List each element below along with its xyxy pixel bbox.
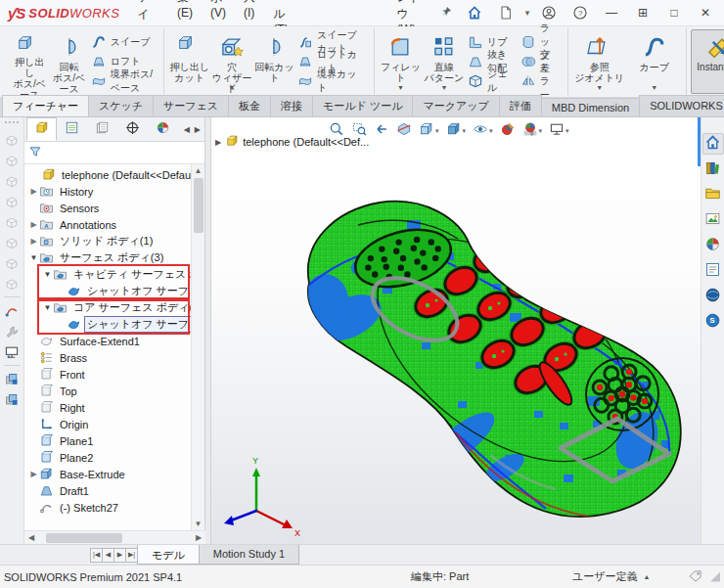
file-explorer-button[interactable] (702, 184, 724, 205)
toolbar-drag-handle[interactable] (5, 121, 19, 125)
dropdown-caret-icon[interactable]: ▾ (489, 127, 493, 135)
tree-item[interactable]: Sensors (24, 200, 191, 216)
collapsed-arrow-icon[interactable]: ▶ (28, 470, 39, 478)
viewport-canvas[interactable]: Y X ▾▾▾▾▾ ▶ telephone (Default<<Def... (211, 117, 701, 544)
tag-icon[interactable] (689, 570, 702, 584)
tab-スケッチ[interactable]: スケッチ (88, 95, 154, 116)
units-caret-icon[interactable]: ▲ (644, 573, 651, 580)
boundary-cut-button[interactable]: 境界カット (295, 71, 370, 91)
dropdown-caret-icon[interactable]: ▾ (463, 127, 467, 135)
propertymanager-tab[interactable] (57, 117, 87, 141)
tree-item[interactable]: シャットオフ サーフェス1[1] (24, 316, 191, 333)
sheet-tab-Motion Study 1[interactable]: Motion Study 1 (199, 545, 299, 565)
compare-bodies-icon-1[interactable] (3, 370, 22, 388)
dropdown-caret-icon[interactable]: ▼ (596, 84, 603, 91)
tab-scroll-left-icon[interactable]: ◀ (182, 123, 192, 136)
collapsed-arrow-icon[interactable]: ▶ (28, 237, 39, 246)
tree-item[interactable]: Top (24, 383, 191, 399)
expanded-arrow-icon[interactable]: ▼ (42, 303, 53, 312)
tab-板金[interactable]: 板金 (228, 95, 271, 116)
tree-item[interactable]: シャットオフ サーフェス1[2] (24, 283, 191, 299)
fillet-button[interactable]: フィレット▼ (379, 29, 422, 94)
tree-item[interactable]: Right (24, 399, 191, 416)
extruded-cut-button[interactable]: 押し出しカット (168, 29, 210, 94)
tab-scroll-right-icon[interactable]: ▶ (193, 123, 203, 136)
view-cube-icon-6[interactable] (3, 233, 22, 251)
task-home-button[interactable] (702, 133, 724, 155)
tree-item[interactable]: (-) Sketch27 (24, 499, 191, 516)
scrollbar-thumb[interactable] (46, 533, 122, 543)
scroll-down-icon[interactable]: ▼ (192, 518, 205, 530)
sketch-tool-icon[interactable] (3, 301, 22, 320)
tab-フィーチャー[interactable]: フィーチャー (2, 95, 89, 116)
tree-horizontal-scrollbar[interactable]: ◀ ▶ (24, 530, 205, 544)
restore-icon[interactable]: ⊞ (628, 1, 657, 24)
filter-input[interactable] (46, 145, 201, 160)
dropdown-caret-icon[interactable]: ▾ (435, 127, 439, 135)
tree-item[interactable]: ▶History (24, 183, 191, 200)
flyout-expand-icon[interactable]: ▶ (215, 138, 221, 147)
resources-button[interactable]: S (702, 311, 724, 333)
expanded-arrow-icon[interactable]: ▼ (28, 253, 39, 262)
tree-item[interactable]: ▶AAnnotations (24, 216, 191, 233)
displaymanager-tab[interactable] (148, 117, 178, 141)
tree-filter[interactable] (24, 142, 204, 164)
wrench-tool-icon[interactable] (3, 322, 22, 340)
view-cube-icon-8[interactable] (3, 274, 22, 293)
display-settings-icon[interactable] (3, 342, 22, 361)
minimize-icon[interactable]: — (597, 1, 626, 24)
collapsed-arrow-icon[interactable]: ▶ (28, 187, 39, 196)
tree-item[interactable]: ▶ソリッド ボディ(1) (24, 233, 191, 249)
view-cube-icon-4[interactable] (3, 192, 22, 210)
telephone-3d-model[interactable]: Y X (211, 117, 701, 544)
tree-vertical-scrollbar[interactable]: ▲ ▼ (191, 164, 204, 530)
edit-appearance-button[interactable] (498, 120, 518, 141)
tab-SOLIDWORKS アドイン[interactable]: SOLIDWORKS アドイン (639, 95, 724, 116)
dropdown-caret-icon[interactable]: ▼ (651, 84, 657, 91)
home-icon[interactable] (460, 1, 489, 24)
custom-properties-button[interactable] (702, 260, 724, 282)
revolved-cut-button[interactable]: 回転カット (253, 29, 295, 94)
compare-bodies-icon-2[interactable] (3, 390, 22, 409)
configurationmanager-tab[interactable] (87, 117, 117, 141)
pin-icon[interactable] (440, 6, 452, 21)
dimxpertmanager-tab[interactable] (117, 117, 148, 141)
view-cube-icon-1[interactable] (3, 130, 22, 149)
sheet-tab-モデル[interactable]: モデル (137, 545, 200, 565)
display-style-button[interactable]: ▾ (444, 120, 469, 141)
hole-wizard-button[interactable]: 穴ウィザード▼ (210, 29, 252, 94)
scroll-left-icon[interactable]: ◀ (24, 533, 38, 542)
design-library-button[interactable] (702, 158, 724, 180)
appearances-button[interactable] (702, 235, 724, 256)
section-view-button[interactable] (394, 120, 414, 141)
tree-item[interactable]: Surface-Extend1 (24, 333, 191, 349)
help-icon[interactable]: ? (566, 1, 595, 24)
tab-MBD Dimension[interactable]: MBD Dimension (541, 98, 640, 116)
shell-button[interactable]: シェル (466, 71, 519, 91)
tab-溶接[interactable]: 溶接 (270, 95, 313, 116)
resize-grip[interactable] (710, 572, 720, 582)
instant3d-button[interactable]: Instant3D (691, 29, 724, 94)
flyout-feature-tree[interactable]: ▶ telephone (Default<<Def... (215, 134, 369, 150)
view-palette-button[interactable] (702, 209, 724, 231)
revolved-boss-button[interactable]: 回転ボス/ベース (49, 29, 88, 94)
view-cube-icon-5[interactable] (3, 212, 22, 231)
view-cube-icon-2[interactable] (3, 151, 22, 169)
tab-モールド ツール[interactable]: モールド ツール (312, 95, 413, 116)
tree-item[interactable]: Origin (24, 416, 191, 432)
boundary-button[interactable]: 境界ボス/ベース (89, 71, 159, 91)
extruded-boss-button[interactable]: 押し出しボス/ベース (10, 29, 49, 94)
hide-show-button[interactable]: ▾ (471, 120, 495, 141)
view-cube-icon-3[interactable] (3, 171, 22, 190)
tab-評価[interactable]: 評価 (499, 95, 542, 116)
view-orientation-button[interactable]: ▾ (417, 120, 441, 141)
new-document-icon[interactable] (491, 1, 520, 24)
featuremanager-tab[interactable] (26, 117, 57, 141)
tab-マークアップ[interactable]: マークアップ (412, 95, 499, 116)
tree-item[interactable]: ▼サーフェス ボディ(3) (24, 249, 191, 266)
tree-item[interactable]: Brass (24, 349, 191, 366)
forum-button[interactable] (702, 286, 724, 307)
tree-item[interactable]: telephone (Default<<Default>_Dis (24, 166, 191, 183)
collapsed-arrow-icon[interactable]: ▶ (28, 220, 39, 229)
dropdown-caret-icon[interactable]: ▾ (539, 127, 543, 135)
